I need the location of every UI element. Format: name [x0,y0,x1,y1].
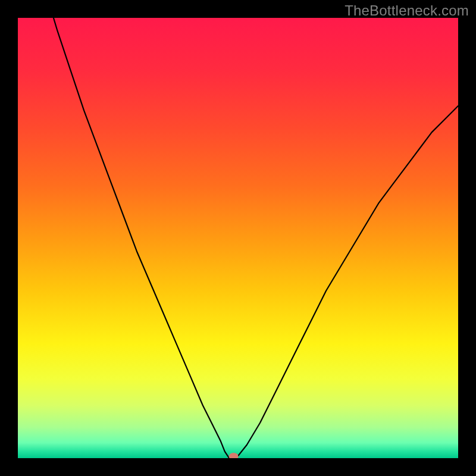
bottleneck-plot [18,18,458,458]
plot-background-gradient [18,18,458,458]
chart-container: TheBottleneck.com [0,0,476,476]
watermark-text: TheBottleneck.com [345,2,469,19]
